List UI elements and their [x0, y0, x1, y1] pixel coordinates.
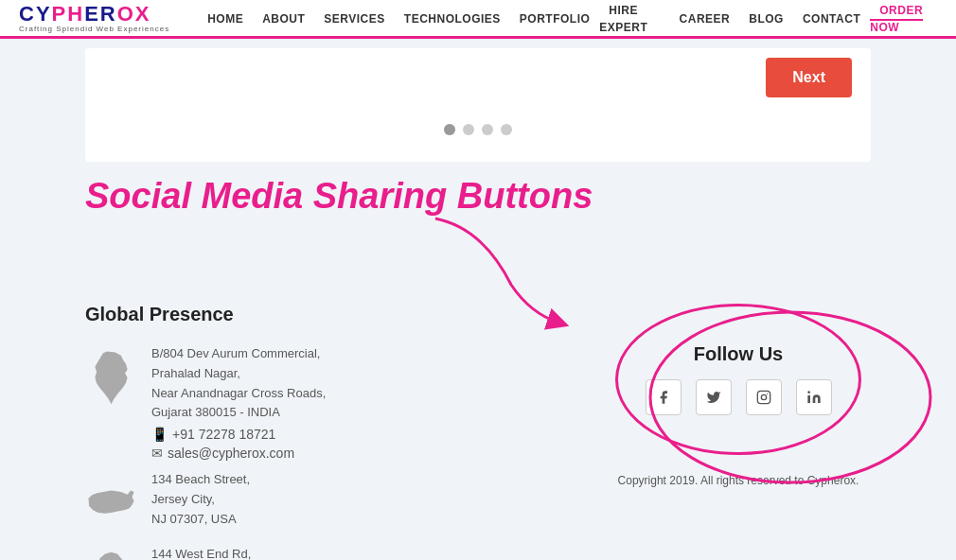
svg-point-1: [761, 394, 766, 399]
nav-order-now[interactable]: ORDER NOW: [870, 1, 937, 35]
instagram-button[interactable]: [746, 379, 782, 415]
india-phone: 📱 +91 72278 18721: [151, 427, 326, 442]
follow-us-title: Follow Us: [694, 343, 783, 365]
uk-address-row: 144 West End Rd, Southall UB1 1JN, UK: [85, 545, 568, 560]
phone-number: +91 72278 18721: [172, 427, 275, 442]
nav-portfolio-link[interactable]: PORTFOLIO: [510, 12, 600, 26]
nav-links: HOME ABOUT SERVICES TECHNOLOGIES PORTFOL…: [198, 1, 937, 35]
uk-address-text: 144 West End Rd, Southall UB1 1JN, UK: [151, 545, 251, 560]
nav-career[interactable]: CAREER: [670, 9, 740, 26]
nav-career-link[interactable]: CAREER: [670, 12, 740, 26]
dots-row: [444, 124, 512, 135]
twitter-button[interactable]: [696, 379, 732, 415]
nav-technologies-link[interactable]: TECHNOLOGIES: [395, 12, 510, 26]
nav-contact[interactable]: CONTACT: [793, 9, 870, 26]
logo-tagline: Crafting Splendid Web Experiences: [19, 25, 169, 33]
india-address-lines: B/804 Dev Aurum Commercial, Prahalad Nag…: [151, 344, 326, 423]
dot-3[interactable]: [482, 124, 493, 135]
logo[interactable]: CYPHEROX Crafting Splendid Web Experienc…: [19, 4, 169, 33]
global-presence: Global Presence B/804 Dev Aurum Commerci…: [85, 304, 568, 560]
dot-4[interactable]: [501, 124, 512, 135]
linkedin-button[interactable]: [796, 379, 832, 415]
email-icon: ✉: [151, 446, 163, 461]
nav-order-now-link[interactable]: ORDER NOW: [870, 4, 923, 38]
nav-services-link[interactable]: SERVICES: [314, 12, 394, 26]
nav-portfolio[interactable]: PORTFOLIO: [510, 9, 600, 26]
nav-about[interactable]: ABOUT: [253, 9, 314, 26]
follow-us-oval: Follow Us: [615, 304, 861, 455]
svg-point-2: [767, 394, 768, 394]
nav-about-link[interactable]: ABOUT: [253, 12, 314, 26]
arrow-annotation: [407, 209, 615, 332]
next-button[interactable]: Next: [766, 58, 852, 97]
uk-map-icon: [85, 550, 137, 560]
usa-address-row: 134 Beach Street, Jersey City, NJ 07307,…: [85, 470, 568, 535]
svg-point-4: [807, 391, 810, 394]
email-address: sales@cypherox.com: [168, 446, 294, 461]
india-map-icon: [85, 349, 137, 410]
nav-hire-expert-link[interactable]: HIRE EXPERT: [599, 4, 657, 34]
svg-rect-0: [757, 391, 770, 403]
social-label-section: Social Media Sharing Buttons: [0, 162, 956, 275]
nav-technologies[interactable]: TECHNOLOGIES: [395, 9, 510, 26]
nav-contact-link[interactable]: CONTACT: [793, 12, 870, 26]
content-area: Next: [85, 48, 871, 162]
nav-services[interactable]: SERVICES: [314, 9, 394, 26]
phone-icon: 📱: [151, 427, 168, 442]
nav-blog[interactable]: BLOG: [739, 9, 793, 26]
navbar: CYPHEROX Crafting Splendid Web Experienc…: [0, 0, 956, 39]
social-icons-row: [646, 379, 832, 415]
india-address-text: B/804 Dev Aurum Commercial, Prahalad Nag…: [151, 344, 326, 461]
svg-rect-3: [807, 395, 810, 403]
dot-1[interactable]: [444, 124, 455, 135]
nav-home-link[interactable]: HOME: [198, 12, 253, 26]
india-email: ✉ sales@cypherox.com: [151, 446, 326, 461]
usa-address-text: 134 Beach Street, Jersey City, NJ 07307,…: [151, 470, 250, 529]
dot-2[interactable]: [463, 124, 474, 135]
nav-hire-expert[interactable]: HIRE EXPERT: [599, 1, 669, 35]
logo-text: CYPHEROX: [19, 4, 169, 25]
copyright-text: Copyright 2019. All rights reserved to C…: [618, 474, 859, 487]
nav-home[interactable]: HOME: [198, 9, 253, 26]
usa-map-icon: [85, 475, 137, 535]
india-address-row: B/804 Dev Aurum Commercial, Prahalad Nag…: [85, 344, 568, 461]
facebook-button[interactable]: [646, 379, 682, 415]
follow-us-section: Follow Us Copyright 2019. All: [606, 304, 871, 487]
nav-blog-link[interactable]: BLOG: [739, 12, 793, 26]
